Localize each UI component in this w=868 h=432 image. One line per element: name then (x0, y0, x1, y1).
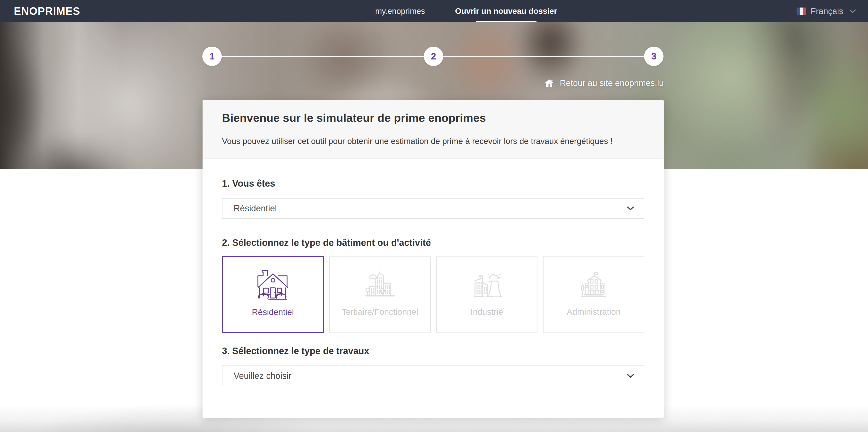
question-1-label: 1. Vous êtes (222, 178, 644, 189)
tile-industrie[interactable]: Industrie (436, 256, 537, 333)
city-buildings-icon (365, 269, 396, 301)
tile-label: Industrie (470, 307, 503, 317)
chevron-down-icon (626, 206, 634, 211)
card-body: 1. Vous êtes Résidentiel 2. Sélectionnez… (203, 178, 664, 386)
select-value: Résidentiel (222, 203, 277, 213)
house-icon (257, 269, 288, 301)
tile-residentiel[interactable]: Résidentiel (222, 256, 324, 333)
page-subtitle: Vous pouvez utiliser cet outil pour obte… (222, 136, 644, 146)
tile-label: Résidentiel (252, 307, 294, 317)
active-tab-underline (476, 21, 536, 22)
french-flag-icon (797, 7, 806, 15)
simulator-card: Bienvenue sur le simulateur de prime eno… (203, 100, 664, 418)
main-nav: my.enoprimes Ouvrir un nouveau dossier (375, 0, 557, 22)
vous-etes-select[interactable]: Résidentiel (222, 198, 644, 219)
tile-tertiaire-fonctionnel[interactable]: Tertiaire/Fonctionnel (329, 256, 431, 333)
chevron-down-icon (626, 373, 634, 378)
step-1[interactable]: 1 (202, 46, 222, 66)
home-icon (544, 79, 554, 87)
select-value: Veuillez choisir (222, 371, 291, 381)
tile-administration[interactable]: Administration (543, 256, 644, 333)
step-3[interactable]: 3 (644, 46, 663, 66)
tile-label: Administration (567, 307, 621, 317)
language-label: Français (811, 6, 843, 16)
nav-link-ouvrir-nouveau-dossier[interactable]: Ouvrir un nouveau dossier (455, 0, 557, 22)
card-header: Bienvenue sur le simulateur de prime eno… (203, 100, 664, 159)
page-title: Bienvenue sur le simulateur de prime eno… (222, 111, 644, 125)
back-to-site-link[interactable]: Retour au site enoprimes.lu (544, 78, 664, 88)
question-type-batiment: 2. Sélectionnez le type de bâtiment ou d… (222, 237, 644, 333)
question-type-travaux: 3. Sélectionnez le type de travaux Veuil… (222, 345, 644, 386)
question-3-label: 3. Sélectionnez le type de travaux (222, 345, 644, 356)
question-2-label: 2. Sélectionnez le type de bâtiment ou d… (222, 237, 644, 248)
step-2[interactable]: 2 (424, 46, 443, 66)
factory-icon (471, 269, 502, 301)
nav-link-label: Ouvrir un nouveau dossier (455, 6, 557, 16)
type-travaux-select[interactable]: Veuillez choisir (222, 366, 644, 386)
government-building-icon (578, 269, 609, 301)
brand-logo[interactable]: ENOPRIMES (14, 0, 80, 22)
nav-link-my-enoprimes[interactable]: my.enoprimes (375, 0, 425, 22)
tile-label: Tertiaire/Fonctionnel (342, 307, 418, 317)
language-selector[interactable]: Français (797, 0, 856, 22)
back-link-label: Retour au site enoprimes.lu (560, 78, 664, 88)
chevron-down-icon (849, 9, 856, 13)
top-navbar: ENOPRIMES my.enoprimes Ouvrir un nouveau… (0, 0, 868, 22)
question-vous-etes: 1. Vous êtes Résidentiel (222, 178, 644, 219)
building-type-tiles: Résidentiel (222, 256, 644, 333)
